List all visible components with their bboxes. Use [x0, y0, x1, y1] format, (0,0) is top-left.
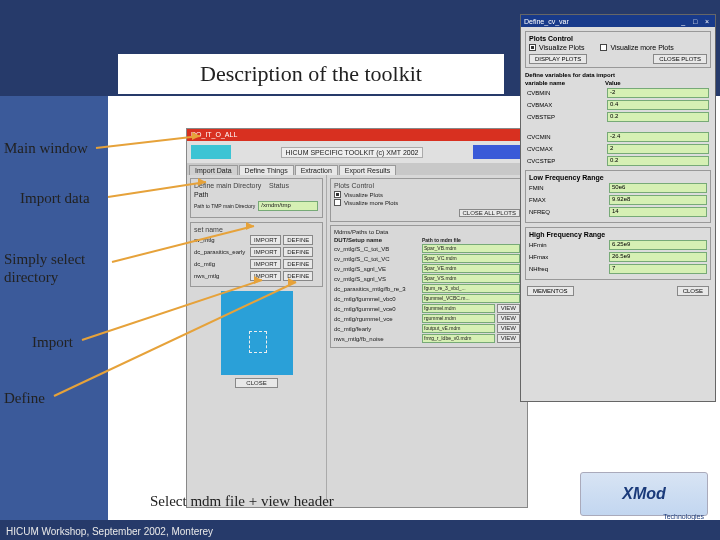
hf-title: High Frequency Range	[529, 231, 707, 238]
tab-export-results[interactable]: Export Results	[339, 165, 397, 175]
list-item: dc_parasitics_mtlg/fb_re_3fgum_re_3_vbd_…	[334, 284, 520, 293]
list-item: cv_mtlg/S_C_tot_VCSpar_VC.mdm	[334, 254, 520, 263]
var-value-input[interactable]: 9.92e8	[609, 195, 707, 205]
maximize-icon[interactable]: □	[690, 18, 700, 25]
svg-line-0	[96, 136, 200, 148]
tab-extraction[interactable]: Extraction	[295, 165, 338, 175]
var-name: FMAX	[529, 197, 609, 203]
var-value-input[interactable]: -2.4	[607, 132, 709, 142]
view-button[interactable]: VIEW	[497, 334, 520, 343]
data-list-frame: Mdms/Paths to Data DUT/Setup name Path t…	[330, 225, 524, 348]
visualize-plots-label: Visualize Plots	[344, 192, 383, 198]
popup-vis-more-checkbox[interactable]	[600, 44, 607, 51]
mdm-file-input[interactable]: foutput_vE.mdm	[422, 324, 495, 333]
var-value-input[interactable]: 0.2	[607, 112, 709, 122]
annot-define: Define	[4, 390, 45, 407]
import-button[interactable]: IMPORT	[250, 235, 281, 245]
annot-main-window: Main window	[4, 140, 88, 157]
minimize-icon[interactable]: _	[678, 18, 688, 25]
list-item: dc_mtlg/fgummel_vce0fgummel.mdmVIEW	[334, 304, 520, 313]
var-value-input[interactable]: -2	[607, 88, 709, 98]
popup-vis-checkbox[interactable]	[529, 44, 536, 51]
var-name: CVCSTEP	[527, 158, 607, 164]
var-value-input[interactable]: 6.25e9	[609, 240, 707, 250]
lf-title: Low Frequency Range	[529, 174, 707, 181]
define-cv-var-popup: Define_cv_var _ □ × Plots Control Visual…	[520, 14, 716, 402]
set-row: cv_mtlg IMPORT DEFINE	[194, 235, 319, 245]
mdm-file-input[interactable]: fgummel_VCBC.m...	[422, 294, 520, 303]
close-button[interactable]: CLOSE	[235, 378, 277, 388]
import-button[interactable]: IMPORT	[250, 247, 281, 257]
var-value-input[interactable]: 7	[609, 264, 707, 274]
define-button[interactable]: DEFINE	[283, 271, 313, 281]
var-value-input[interactable]: 0.2	[607, 156, 709, 166]
dl-name: dc_mtlg/fearly	[334, 326, 420, 332]
mdm-file-input[interactable]: Spar_VB.mdm	[422, 244, 520, 253]
view-button[interactable]: VIEW	[497, 304, 520, 313]
define-button[interactable]: DEFINE	[283, 259, 313, 269]
slide-subtitle: Select mdm file + view header	[150, 493, 334, 510]
mdm-file-input[interactable]: Spar_VE.mdm	[422, 264, 520, 273]
list-item: dc_mtlg/fgummel_vbc0fgummel_VCBC.m...	[334, 294, 520, 303]
close-icon[interactable]: ×	[702, 18, 712, 25]
path-input[interactable]: /xmdm/tmp	[258, 201, 318, 211]
plots-control-frame: Plots Control Visualize Plots Visualize …	[330, 178, 524, 222]
popup-titlebar[interactable]: Define_cv_var _ □ ×	[521, 15, 715, 27]
var-value-input[interactable]: 14	[609, 207, 707, 217]
close-plots-button[interactable]: CLOSE PLOTS	[653, 54, 707, 64]
mdm-file-input[interactable]: rgummel.mdm	[422, 314, 495, 323]
display-plots-button[interactable]: DISPLAY PLOTS	[529, 54, 587, 64]
var-name: CVCMIN	[527, 134, 607, 140]
tab-import-data[interactable]: Import Data	[189, 165, 238, 175]
define-button[interactable]: DEFINE	[283, 235, 313, 245]
define-button[interactable]: DEFINE	[283, 247, 313, 257]
var-value-input[interactable]: 2	[607, 144, 709, 154]
import-button[interactable]: IMPORT	[250, 271, 281, 281]
main-titlebar[interactable]: DO_IT_O_ALL	[187, 129, 527, 141]
vars-columns: variable name Value	[525, 80, 711, 86]
set-row: dc_mtlg IMPORT DEFINE	[194, 259, 319, 269]
list-item: dc_mtlg/rgummel_vcergummel.mdmVIEW	[334, 314, 520, 323]
main-header-row: HICUM SPECIFIC TOOLKIT (c) XMT 2002	[187, 141, 527, 163]
main-tabs: Import Data Define Things Extraction Exp…	[187, 163, 527, 175]
lf-frame: Low Frequency Range FMIN50e6 FMAX9.92e8 …	[525, 170, 711, 223]
popup-vis-more-label: Visualize more Plots	[610, 44, 673, 51]
visualize-more-label: Visualize more Plots	[344, 200, 398, 206]
popup-close-button[interactable]: CLOSE	[677, 286, 709, 296]
dl-name: dc_mtlg/fgummel_vbc0	[334, 296, 420, 302]
visualize-more-checkbox[interactable]	[334, 199, 341, 206]
sets-frame: set name cv_mtlg IMPORT DEFINE dc_parasi…	[190, 222, 323, 287]
data-list-title: Mdms/Paths to Data	[334, 229, 520, 235]
main-window: DO_IT_O_ALL HICUM SPECIFIC TOOLKIT (c) X…	[186, 128, 528, 508]
col-varname: variable name	[525, 80, 605, 86]
annot-import-data: Import data	[20, 190, 90, 207]
popup-plots-control: Plots Control Visualize Plots Visualize …	[525, 31, 711, 68]
mdm-file-input[interactable]: Spar_VS.mdm	[422, 274, 520, 283]
import-button[interactable]: IMPORT	[250, 259, 281, 269]
view-button[interactable]: VIEW	[497, 314, 520, 323]
var-value-input[interactable]: 26.5e9	[609, 252, 707, 262]
list-item: cv_mtlg/S_sgnl_VSSpar_VS.mdm	[334, 274, 520, 283]
tab-define-things[interactable]: Define Things	[239, 165, 294, 175]
set-name: dc_mtlg	[194, 261, 248, 267]
mdm-file-input[interactable]: fgummel.mdm	[422, 304, 495, 313]
header-label: HICUM SPECIFIC TOOLKIT (c) XMT 2002	[281, 147, 424, 158]
var-name: NHfreq	[529, 266, 609, 272]
visualize-plots-checkbox[interactable]	[334, 191, 341, 198]
var-name: CVBSTEP	[527, 114, 607, 120]
dl-name: dc_mtlg/rgummel_vce	[334, 316, 420, 322]
mementos-button[interactable]: MEMENTOS	[527, 286, 574, 296]
mdm-file-input[interactable]: fmrg_r_Idbe_v0.mdm	[422, 334, 495, 343]
mdm-file-input[interactable]: fgum_re_3_vbd_...	[422, 284, 520, 293]
window-controls: _ □ ×	[678, 18, 712, 25]
var-value-input[interactable]: 50e6	[609, 183, 707, 193]
dl-name: cv_mtlg/S_sgnl_VS	[334, 276, 420, 282]
list-item: nws_mtlg/fb_noisefmrg_r_Idbe_v0.mdmVIEW	[334, 334, 520, 343]
annot-select-dir: Simply select directory	[4, 250, 124, 286]
var-row: CVBSTEP0.2	[527, 112, 709, 122]
view-button[interactable]: VIEW	[497, 324, 520, 333]
close-all-plots-button[interactable]: CLOSE ALL PLOTS	[459, 209, 520, 217]
list-item: dc_mtlg/fearlyfoutput_vE.mdmVIEW	[334, 324, 520, 333]
mdm-file-input[interactable]: Spar_VC.mdm	[422, 254, 520, 263]
var-value-input[interactable]: 0.4	[607, 100, 709, 110]
